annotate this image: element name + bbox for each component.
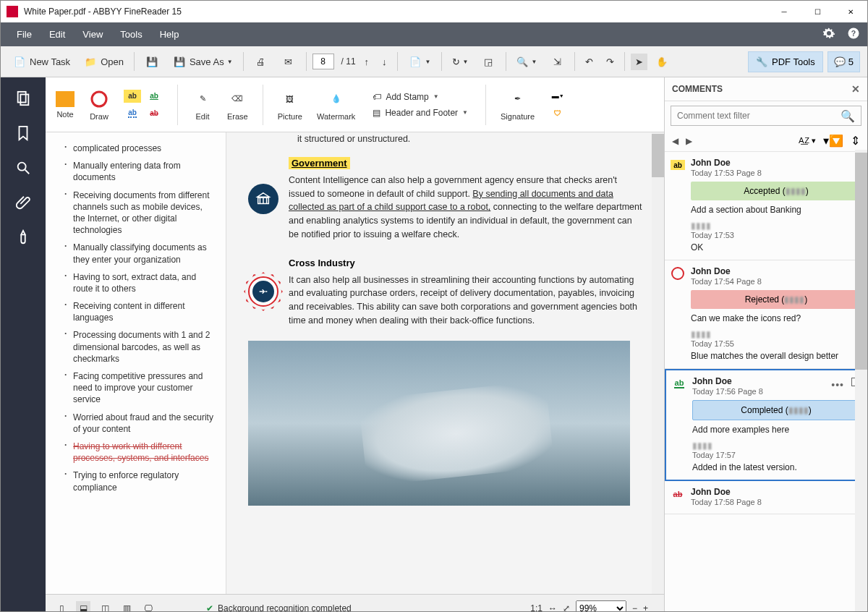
- crop-button[interactable]: ◲: [477, 51, 500, 72]
- hand-button[interactable]: ✋: [652, 54, 672, 70]
- fit-width-button[interactable]: ↔: [548, 603, 557, 612]
- outline-item[interactable]: Facing competitive pressures and need to…: [64, 367, 214, 409]
- add-page-button[interactable]: 📄▼: [404, 51, 435, 72]
- edit-tool[interactable]: ✎Edit: [192, 89, 213, 121]
- comment-item[interactable]: ab•••John DoeToday 17:56 Page 8Completed…: [665, 369, 867, 481]
- zoom-select[interactable]: 99%: [576, 600, 626, 612]
- redo-button[interactable]: ↷: [602, 54, 618, 70]
- prev-comment-button[interactable]: ◀: [672, 136, 678, 146]
- two-page-view[interactable]: ◫: [98, 601, 112, 612]
- comments-scrollbar[interactable]: [855, 150, 867, 612]
- draw-tool[interactable]: Draw: [89, 89, 109, 121]
- outline-item[interactable]: Trying to enforce regulatory compliance: [64, 467, 214, 496]
- menu-file[interactable]: File: [8, 29, 41, 40]
- signature-tab-icon[interactable]: [15, 229, 31, 245]
- close-comments-icon[interactable]: ✕: [851, 83, 860, 95]
- outline-item[interactable]: Having to sort, extract data, and route …: [64, 268, 214, 297]
- page-down-button[interactable]: ↓: [378, 54, 391, 70]
- maximize-button[interactable]: ☐: [801, 1, 834, 22]
- menu-view[interactable]: View: [74, 29, 111, 40]
- outline-item[interactable]: Receiving documents from different chann…: [64, 187, 214, 239]
- comment-author: John Doe: [691, 158, 861, 168]
- watermark-icon: 💧: [326, 89, 346, 109]
- wrench-icon: 🔧: [756, 56, 767, 67]
- security-group: ▬▼ 🛡: [549, 90, 566, 120]
- outline-item[interactable]: Receiving content in different languages: [64, 297, 214, 326]
- outline-item[interactable]: Having to work with different processes,…: [64, 438, 214, 467]
- highlight-tool[interactable]: ab: [124, 90, 141, 103]
- export-button[interactable]: ⇲: [545, 51, 569, 72]
- outline-item[interactable]: Worried about fraud and the security of …: [64, 409, 214, 438]
- comment-item[interactable]: abJohn DoeToday 17:58 Page 8: [665, 481, 867, 514]
- search-doc-button[interactable]: 🔍▼: [512, 54, 541, 70]
- collapse-button[interactable]: ⇕: [851, 134, 860, 148]
- comments-toggle-button[interactable]: 💬5: [827, 51, 860, 72]
- two-continuous-view[interactable]: ▥: [119, 601, 134, 612]
- page-scrollbar[interactable]: [652, 132, 664, 594]
- save-button[interactable]: 💾: [140, 51, 163, 72]
- settings-icon[interactable]: [822, 27, 835, 43]
- add-stamp-button[interactable]: 🏷Add Stamp ▼: [370, 90, 471, 103]
- zoom-out-button[interactable]: −: [632, 603, 637, 612]
- single-page-view[interactable]: ▯: [54, 601, 69, 612]
- menu-edit[interactable]: Edit: [41, 29, 74, 40]
- status-message: ✔Background recognition completed: [206, 603, 352, 612]
- new-task-button[interactable]: 📄New Task: [8, 51, 75, 72]
- erase-tool[interactable]: ⌫Erase: [227, 89, 248, 121]
- undo-button[interactable]: ↶: [581, 54, 597, 70]
- comment-item[interactable]: abJohn DoeToday 17:53 Page 8Accepted (▮▮…: [665, 152, 867, 260]
- ratio-label[interactable]: 1:1: [530, 603, 542, 612]
- sort-az-button[interactable]: A͟Z ▾: [799, 136, 816, 145]
- pdf-tools-button[interactable]: 🔧PDF Tools: [748, 51, 823, 72]
- help-icon[interactable]: ?: [847, 27, 860, 43]
- minimize-button[interactable]: ─: [767, 1, 801, 22]
- menu-help[interactable]: Help: [151, 29, 188, 40]
- reply-text: OK: [691, 242, 861, 252]
- outline-item[interactable]: Manually classifying documents as they e…: [64, 239, 214, 268]
- open-button[interactable]: 📁Open: [79, 51, 128, 72]
- continuous-view[interactable]: ⬓: [76, 601, 90, 612]
- redact-tool[interactable]: ▬▼: [549, 90, 566, 103]
- strikeout-tool[interactable]: ab: [145, 107, 163, 120]
- filter-button[interactable]: ▾🔽: [823, 134, 843, 148]
- fit-page-button[interactable]: ⤢: [563, 603, 570, 612]
- comment-icon: 💬: [834, 56, 846, 67]
- rotate-button[interactable]: ↻▼: [448, 54, 473, 70]
- fullscreen-view[interactable]: 🖵: [141, 601, 156, 612]
- pointer-button[interactable]: ➤: [631, 54, 647, 70]
- note-tool[interactable]: Note: [56, 91, 75, 119]
- svg-rect-3: [20, 95, 28, 106]
- eraser-icon: ⌫: [227, 89, 247, 109]
- outline-item[interactable]: Processing documents with 1 and 2 dimens…: [64, 326, 214, 367]
- signature-tool[interactable]: ✒Signature: [501, 89, 535, 121]
- close-button[interactable]: ✕: [834, 1, 867, 22]
- comment-filter-input[interactable]: [677, 111, 841, 121]
- comment-item[interactable]: John DoeToday 17:54 Page 8Rejected (▮▮▮▮…: [665, 260, 867, 369]
- watermark-tool[interactable]: 💧Watermark: [317, 89, 355, 121]
- add-page-icon: 📄: [408, 54, 422, 69]
- bookmark-icon[interactable]: [15, 125, 31, 141]
- email-button[interactable]: ✉: [277, 51, 300, 72]
- save-as-button[interactable]: 💾Save As ▼: [168, 51, 237, 72]
- protect-tool[interactable]: 🛡: [549, 107, 566, 120]
- underline-tool[interactable]: ab: [145, 90, 163, 103]
- attachment-icon[interactable]: [15, 195, 31, 211]
- more-icon[interactable]: •••: [831, 379, 844, 391]
- squiggle-tool[interactable]: ab: [124, 107, 141, 120]
- zoom-in-button[interactable]: +: [643, 603, 648, 612]
- search-icon[interactable]: 🔍: [841, 109, 855, 123]
- next-comment-button[interactable]: ▶: [686, 136, 692, 146]
- menu-tools[interactable]: Tools: [111, 29, 150, 40]
- picture-tool[interactable]: 🖼Picture: [278, 89, 302, 121]
- reply-text: Added in the latest version.: [692, 462, 860, 472]
- header-footer-button[interactable]: ▤Header and Footer ▼: [370, 106, 471, 119]
- print-button[interactable]: 🖨: [250, 51, 273, 72]
- signature-icon: ✒: [508, 89, 528, 109]
- page-up-button[interactable]: ↑: [360, 54, 374, 70]
- search-icon[interactable]: [15, 160, 31, 176]
- outline-item[interactable]: complicated processes: [64, 140, 214, 157]
- page-number-input[interactable]: [312, 54, 334, 69]
- pages-icon[interactable]: [15, 90, 31, 106]
- page-view[interactable]: it structured or unstructured. Governmen…: [226, 132, 664, 594]
- outline-item[interactable]: Manually entering data from documents: [64, 157, 214, 186]
